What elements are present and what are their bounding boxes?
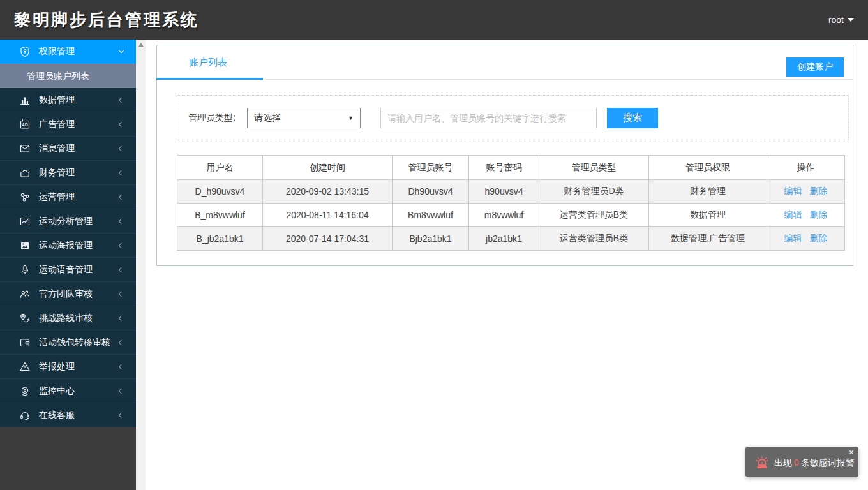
- cell-created: 2020-09-02 13:43:15: [263, 180, 393, 204]
- sidebar-item-monitor-center[interactable]: 监控中心: [0, 379, 136, 403]
- edit-link[interactable]: 编辑: [784, 233, 802, 243]
- tab-account-list[interactable]: 账户列表: [189, 45, 227, 80]
- accounts-table: 用户名 创建时间 管理员账号 账号密码 管理员类型 管理员权限 操作 D_h90…: [177, 155, 845, 251]
- cell-type: 运营类管理员B类: [539, 204, 649, 227]
- team-icon: [19, 288, 31, 300]
- cell-account: Dh90uvsv4: [393, 180, 469, 204]
- sidebar-item-online-service[interactable]: 在线客服: [0, 403, 136, 427]
- sidebar-menu: 权限管理 管理员账户列表 数据管理: [0, 40, 136, 427]
- table-row: B_jb2a1bk1 2020-07-14 17:04:31 Bjb2a1bk1…: [177, 227, 845, 251]
- create-account-button[interactable]: 创建账户: [786, 57, 844, 77]
- app-root: 黎明脚步后台管理系统 root 权限管理 管理员账户列表: [0, 0, 868, 490]
- table-row: B_m8vwwluf 2020-08-11 14:16:04 Bm8vwwluf…: [177, 204, 845, 227]
- chevron-left-icon: [119, 98, 124, 103]
- edit-link[interactable]: 编辑: [784, 209, 802, 219]
- cell-actions: 编辑删除: [767, 227, 845, 251]
- col-header-type: 管理员类型: [539, 156, 649, 180]
- cell-type: 运营类管理员B类: [539, 227, 649, 251]
- col-header-account: 管理员账号: [393, 156, 469, 180]
- chevron-left-icon: [119, 340, 124, 345]
- main-content: 账户列表 创建账户 管理员类型: 请选择 ▼ 搜索: [146, 40, 868, 490]
- table-row: D_h90uvsv4 2020-09-02 13:43:15 Dh90uvsv4…: [177, 180, 845, 204]
- sidebar: 权限管理 管理员账户列表 数据管理: [0, 40, 136, 490]
- user-name: root: [828, 15, 844, 25]
- sidebar-item-wallet-transfer-review[interactable]: 活动钱包转移审核: [0, 330, 136, 355]
- sidebar-item-label: 运动分析管理: [39, 216, 93, 227]
- sidebar-item-label: 运营管理: [39, 191, 75, 203]
- cell-username: B_m8vwwluf: [177, 204, 263, 227]
- sidebar-item-label: 数据管理: [39, 94, 75, 106]
- sidebar-item-message-mgmt[interactable]: 消息管理: [0, 137, 136, 161]
- sidebar-item-permissions[interactable]: 权限管理: [0, 40, 136, 64]
- svg-text:AD: AD: [22, 122, 28, 127]
- cell-created: 2020-07-14 17:04:31: [263, 227, 393, 251]
- alarm-siren-icon: [755, 456, 769, 470]
- col-header-username: 用户名: [177, 156, 263, 180]
- sidebar-item-sport-analysis-mgmt[interactable]: 运动分析管理: [0, 209, 136, 234]
- delete-link[interactable]: 删除: [810, 186, 828, 196]
- bar-chart-icon: [19, 94, 31, 106]
- ad-icon: AD: [19, 119, 31, 130]
- edit-link[interactable]: 编辑: [784, 186, 802, 196]
- cell-account: Bm8vwwluf: [393, 204, 469, 227]
- cell-actions: 编辑删除: [767, 180, 845, 204]
- chevron-left-icon: [119, 316, 124, 321]
- sensitive-word-toast: × 出现0条敏感词报警: [745, 447, 858, 477]
- cell-password: m8vwwluf: [469, 204, 539, 227]
- wallet-icon: [19, 337, 31, 348]
- sidebar-subitem-admin-account-list[interactable]: 管理员账户列表: [0, 64, 136, 88]
- close-icon[interactable]: ×: [849, 447, 854, 457]
- admin-type-select[interactable]: 请选择 ▼: [247, 108, 361, 128]
- purse-icon: [19, 167, 31, 179]
- sidebar-item-official-team-review[interactable]: 官方团队审核: [0, 282, 136, 306]
- cell-permission: 财务管理: [649, 180, 767, 204]
- select-value: 请选择: [254, 112, 281, 124]
- delete-link[interactable]: 删除: [810, 233, 828, 243]
- chevron-left-icon: [119, 219, 124, 224]
- cell-password: jb2a1bk1: [469, 227, 539, 251]
- chevron-left-icon: [119, 413, 124, 418]
- cell-created: 2020-08-11 14:16:04: [263, 204, 393, 227]
- search-input[interactable]: [380, 108, 597, 128]
- table-header-row: 用户名 创建时间 管理员账号 账号密码 管理员类型 管理员权限 操作: [177, 156, 845, 180]
- account-panel: 账户列表 创建账户 管理员类型: 请选择 ▼ 搜索: [156, 45, 853, 266]
- chevron-left-icon: [119, 170, 124, 175]
- chevron-left-icon: [119, 146, 124, 151]
- cell-actions: 编辑删除: [767, 204, 845, 227]
- toast-prefix: 出现: [774, 457, 792, 468]
- cell-permission: 数据管理,广告管理: [649, 227, 767, 251]
- chevron-left-icon: [119, 243, 124, 248]
- sidebar-item-sport-voice-mgmt[interactable]: 运动语音管理: [0, 258, 136, 282]
- chevron-left-icon: [119, 122, 124, 127]
- sidebar-scrollbar[interactable]: [136, 40, 146, 490]
- cell-type: 财务管理员D类: [539, 180, 649, 204]
- sidebar-item-label: 活动钱包转移审核: [39, 337, 110, 348]
- sidebar-subitem-label: 管理员账户列表: [27, 71, 89, 81]
- scroll-up-arrow-icon[interactable]: [138, 43, 144, 47]
- sidebar-item-operations-mgmt[interactable]: 运营管理: [0, 185, 136, 209]
- sidebar-item-ad-mgmt[interactable]: AD 广告管理: [0, 112, 136, 137]
- sidebar-item-label: 权限管理: [39, 46, 75, 57]
- col-header-password: 账号密码: [469, 156, 539, 180]
- poster-image-icon: [19, 240, 31, 251]
- sidebar-item-label: 广告管理: [39, 119, 75, 130]
- analytics-chart-icon: [19, 216, 31, 227]
- sidebar-item-label: 挑战路线审核: [39, 313, 93, 324]
- cell-account: Bjb2a1bk1: [393, 227, 469, 251]
- sidebar-item-sport-poster-mgmt[interactable]: 运动海报管理: [0, 234, 136, 258]
- sidebar-item-report-handling[interactable]: 举报处理: [0, 355, 136, 379]
- search-button[interactable]: 搜索: [607, 108, 658, 128]
- admin-type-label: 管理员类型:: [188, 112, 236, 124]
- toast-count: 0: [794, 457, 799, 468]
- sidebar-item-challenge-route-review[interactable]: 挑战路线审核: [0, 306, 136, 330]
- user-menu[interactable]: root: [828, 15, 854, 25]
- delete-link[interactable]: 删除: [810, 209, 828, 219]
- chevron-down-icon: [119, 48, 124, 53]
- cell-username: D_h90uvsv4: [177, 180, 263, 204]
- sidebar-item-label: 监控中心: [39, 385, 75, 397]
- sidebar-item-finance-mgmt[interactable]: 财务管理: [0, 161, 136, 185]
- cell-password: h90uvsv4: [469, 180, 539, 204]
- sidebar-item-data-mgmt[interactable]: 数据管理: [0, 88, 136, 112]
- microphone-icon: [19, 264, 31, 276]
- sidebar-item-label: 运动海报管理: [39, 240, 93, 251]
